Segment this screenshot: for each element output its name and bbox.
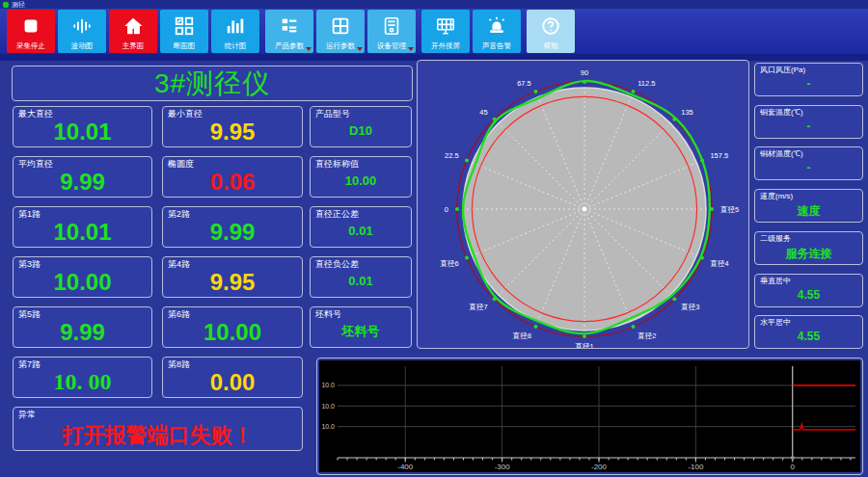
window-titlebar: 测径 bbox=[0, 0, 868, 9]
toolbar-button-label: 断面图 bbox=[174, 42, 196, 50]
toolbar-button-capture-stop[interactable]: 采集停止 bbox=[7, 10, 55, 53]
polar-angle-label: 直径4 bbox=[709, 259, 728, 268]
field-value: 0.00 bbox=[168, 370, 297, 394]
field-label: 直径负公差 bbox=[315, 260, 406, 270]
polar-angle-label: 45 bbox=[479, 108, 487, 117]
field-value: 9.95 bbox=[168, 270, 297, 294]
x-axis-label: -200 bbox=[591, 463, 608, 471]
polar-angle-label: 157.5 bbox=[710, 151, 728, 160]
status-box-2: 铜套温度(℃)- bbox=[754, 105, 863, 139]
polar-angle-label: 135 bbox=[681, 108, 693, 117]
toolbar-button-external-screen[interactable]: 开外接屏 bbox=[421, 10, 470, 53]
status-box-6: 垂直居中4.55 bbox=[754, 274, 863, 307]
polar-angle-label: 直径6 bbox=[439, 259, 458, 268]
status-label: 风口风压(Pa) bbox=[760, 66, 857, 75]
toolbar-button-stats-chart[interactable]: 统计图 bbox=[211, 10, 259, 53]
status-value: - bbox=[760, 77, 857, 91]
status-box-1: 风口风压(Pa)- bbox=[754, 63, 863, 96]
x-axis-label: -300 bbox=[495, 463, 511, 471]
field-value: D10 bbox=[315, 124, 406, 138]
list-icon bbox=[279, 15, 300, 37]
status-value: - bbox=[760, 119, 857, 133]
alarm-box: 异常 打开报警端口失败！ bbox=[13, 407, 303, 451]
stop-icon bbox=[20, 15, 41, 37]
toolbar-button-help[interactable]: 帮助 bbox=[527, 10, 575, 53]
toolbar-button-main-screen[interactable]: 主界面 bbox=[109, 10, 157, 53]
field-box-13: 第5路9.99 bbox=[13, 306, 152, 348]
status-value: 速度 bbox=[760, 203, 857, 220]
polar-angle-label: 112.5 bbox=[637, 79, 655, 88]
toolbar-button-device-mgmt[interactable]: 设备管理 bbox=[367, 10, 416, 53]
section-icon bbox=[174, 15, 195, 37]
gauge-title: 3#测径仪 bbox=[154, 66, 270, 102]
y-axis-label: 10.0 bbox=[321, 382, 335, 388]
question-icon bbox=[540, 15, 561, 37]
app-icon bbox=[3, 2, 9, 8]
field-box-11: 第4路9.95 bbox=[162, 256, 303, 298]
x-axis-label: -400 bbox=[397, 463, 414, 471]
polar-angle-label: 直径8 bbox=[512, 331, 531, 340]
field-label: 坯料号 bbox=[315, 310, 406, 320]
toolbar-button-label: 声音告警 bbox=[482, 42, 511, 50]
field-value: 10. 00 bbox=[18, 370, 147, 394]
dropdown-caret-icon bbox=[306, 47, 312, 51]
toolbar-button-label: 产品参数 bbox=[275, 42, 304, 50]
status-value: - bbox=[760, 161, 857, 174]
monitor-icon bbox=[435, 15, 456, 37]
field-box-4: 平均直径9.99 bbox=[13, 156, 152, 198]
field-box-1: 最大直径10.01 bbox=[13, 106, 152, 147]
field-value: 9.99 bbox=[18, 320, 147, 344]
field-value: 0.01 bbox=[315, 275, 406, 288]
window-title: 测径 bbox=[12, 1, 25, 8]
toolbar-button-label: 帮助 bbox=[544, 42, 558, 50]
field-value: 10.00 bbox=[168, 320, 297, 344]
status-value: 4.55 bbox=[760, 288, 857, 302]
dropdown-caret-icon bbox=[408, 47, 414, 51]
toolbar-button-wave-chart[interactable]: 波动图 bbox=[58, 10, 106, 53]
field-box-14: 第6路10.00 bbox=[162, 306, 303, 348]
barchart-icon bbox=[225, 15, 246, 37]
status-box-3: 铜材温度(℃)- bbox=[754, 146, 863, 180]
toolbar-button-section-chart[interactable]: 断面图 bbox=[160, 10, 208, 53]
waveform-icon bbox=[71, 15, 93, 37]
field-box-3: 产品型号D10 bbox=[310, 106, 412, 147]
field-box-15: 坯料号坯料号 bbox=[310, 306, 412, 348]
field-box-5: 椭圆度0.06 bbox=[162, 156, 303, 198]
toolbar-button-label: 主界面 bbox=[122, 42, 145, 50]
status-box-7: 水平居中4.55 bbox=[754, 315, 863, 349]
polar-angle-label: 直径3 bbox=[680, 303, 699, 311]
field-value: 0.06 bbox=[168, 170, 297, 194]
y-axis-label: 10.0 bbox=[321, 423, 335, 430]
device-icon bbox=[381, 15, 402, 37]
field-value: 坯料号 bbox=[315, 325, 406, 338]
status-box-4: 速度(m/s)速度 bbox=[754, 189, 863, 223]
toolbar-button-label: 运行参数 bbox=[326, 42, 355, 50]
field-value: 10.01 bbox=[18, 220, 147, 244]
toolbar-button-run-params[interactable]: 运行参数 bbox=[316, 10, 365, 53]
status-label: 垂直居中 bbox=[760, 278, 857, 286]
field-box-16: 第7路10. 00 bbox=[13, 357, 152, 398]
toolbar-button-label: 波动图 bbox=[71, 42, 94, 50]
status-value: 服务连接 bbox=[760, 246, 857, 262]
field-value: 9.95 bbox=[168, 119, 297, 144]
status-label: 水平居中 bbox=[760, 319, 857, 328]
gauge-title-box: 3#测径仪 bbox=[12, 66, 413, 101]
polar-profile-chart: 022.54567.590112.5135157.5直径5直径4直径3直径2直径… bbox=[418, 61, 748, 348]
field-box-9: 直径正公差0.01 bbox=[310, 206, 412, 248]
polar-angle-label: 90 bbox=[581, 68, 588, 77]
polar-angle-label: 直径1 bbox=[574, 342, 593, 348]
field-value: 9.99 bbox=[168, 220, 297, 244]
field-label: 产品型号 bbox=[315, 110, 406, 119]
toolbar-button-sound-alarm[interactable]: 声音告警 bbox=[473, 10, 521, 53]
polar-angle-label: 67.5 bbox=[517, 79, 531, 88]
polar-chart-panel: 022.54567.590112.5135157.5直径5直径4直径3直径2直径… bbox=[417, 60, 749, 349]
toolbar-button-product-params[interactable]: 产品参数 bbox=[265, 10, 313, 53]
polar-angle-label: 直径7 bbox=[469, 303, 488, 311]
trend-chart-panel: 10.010.010.0-400-300-200-1000 bbox=[316, 358, 863, 475]
siren-icon bbox=[486, 15, 507, 37]
toolbar-button-label: 设备管理 bbox=[377, 42, 406, 50]
field-box-12: 直径负公差0.01 bbox=[310, 256, 412, 298]
field-box-17: 第8路0.00 bbox=[162, 357, 303, 398]
status-label: 铜材温度(℃) bbox=[760, 150, 857, 159]
field-label: 直径标称值 bbox=[315, 160, 406, 170]
